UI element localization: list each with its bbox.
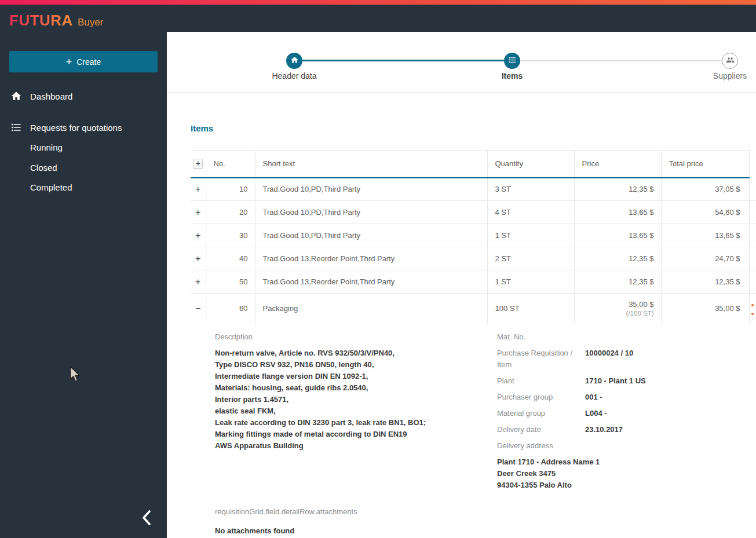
column-header-extra — [749, 151, 756, 178]
step-suppliers[interactable] — [722, 53, 738, 69]
field-plant: Plant 1710 - Plant 1 US — [497, 375, 756, 387]
attachments-section: requisitionGrid.field.detailRow.attachme… — [215, 506, 497, 537]
people-icon — [726, 56, 735, 67]
price-unit: (/100 ST) — [575, 310, 654, 317]
field-purchaser-group: Purchaser group 001 - — [497, 391, 756, 403]
wizard-stepper: Header data Items Suppliers — [167, 32, 756, 93]
collapse-row-button[interactable]: − — [191, 294, 206, 324]
step-header-data[interactable] — [286, 53, 302, 69]
cell-quantity: 100 ST — [487, 294, 574, 324]
cell-extra — [749, 294, 756, 324]
expand-row-button[interactable]: + — [191, 224, 206, 247]
list-icon — [10, 122, 22, 133]
sidebar-subitem-label: Running — [30, 142, 63, 152]
sidebar: FUTURA Buyer + Create Dashboard Requests… — [0, 5, 167, 538]
sidebar-subitem-label: Completed — [30, 182, 72, 192]
description-text: Non-return valve, Article no. RVS 932/50… — [215, 347, 497, 452]
item-detail-fields: Mat. No. Purchase Requisition / Item 100… — [497, 331, 756, 537]
column-header-total-price: Total price — [661, 151, 749, 178]
step-label-items: Items — [466, 71, 558, 80]
cell-price: 12,35 $ — [574, 247, 661, 270]
table-row: + 40 Trad.Good 13,Reorder Point,Thrd Par… — [191, 247, 756, 270]
cell-quantity: 4 ST — [487, 201, 574, 224]
description-label: Description — [215, 331, 497, 343]
cell-no: 20 — [206, 201, 255, 224]
sidebar-item-label: Dashboard — [30, 92, 72, 101]
cell-extra — [749, 178, 756, 201]
step-items[interactable] — [504, 53, 520, 69]
cell-price: 12,35 $ — [574, 178, 661, 201]
sidebar-collapse-button[interactable] — [137, 508, 158, 529]
sidebar-subitem-running[interactable]: Running — [30, 139, 158, 155]
sidebar-subitem-label: Closed — [30, 163, 57, 173]
attachments-empty-message: No attachments found — [215, 525, 497, 537]
table-row: + 30 Trad.Good 10,PD,Third Party 1 ST 13… — [191, 224, 756, 247]
cell-quantity: 1 ST — [487, 224, 574, 247]
sidebar-item-requests-for-quotations[interactable]: Requests for quotations — [0, 119, 167, 136]
sidebar-item-label: Requests for quotations — [30, 123, 122, 133]
cell-no: 50 — [206, 270, 255, 294]
plus-icon: + — [66, 57, 72, 67]
column-header-price: Price — [574, 151, 661, 178]
sidebar-subitem-closed[interactable]: Closed — [30, 159, 158, 175]
field-purchase-requisition: Purchase Requisition / Item 10000024 / 1… — [497, 347, 756, 371]
clipped-orange-icon — [751, 304, 754, 306]
field-mat-no: Mat. No. — [497, 331, 756, 343]
cell-total-price: 13,65 $ — [661, 224, 749, 247]
field-delivery-date: Delivery date 23.10.2017 — [497, 424, 756, 435]
column-header-quantity: Quantity — [487, 151, 574, 178]
column-header-no: No. — [206, 151, 255, 178]
cell-extra — [749, 247, 756, 270]
cell-total-price: 54,60 $ — [661, 201, 749, 224]
cell-quantity: 3 ST — [487, 178, 574, 201]
cell-no: 10 — [206, 178, 255, 201]
stepper-connector-done — [302, 60, 504, 61]
add-item-button[interactable]: + — [193, 159, 203, 169]
cell-price: 13,65 $ — [574, 224, 661, 247]
expand-row-button[interactable]: + — [191, 247, 206, 270]
items-section-title: Items — [191, 123, 756, 133]
column-header-short-text: Short text — [255, 151, 487, 178]
cell-price: 12,35 $ — [574, 270, 661, 294]
brand-suffix: Buyer — [78, 17, 103, 28]
stepper-connector-upcoming — [520, 60, 722, 61]
list-icon — [508, 56, 517, 67]
cell-total-price: 12,35 $ — [661, 270, 749, 294]
table-header-row: + No. Short text Quantity Price Total pr… — [191, 151, 756, 178]
cell-no: 40 — [206, 247, 255, 270]
expand-row-button[interactable]: + — [191, 201, 206, 224]
cell-extra — [749, 270, 756, 294]
cell-price: 13,65 $ — [574, 201, 661, 224]
delivery-address: Plant 1710 - Address Name 1 Deer Creek 3… — [497, 456, 756, 491]
create-button-label: Create — [76, 57, 101, 67]
item-detail-row: Description Non-return valve, Article no… — [191, 324, 756, 537]
clipped-orange-icon — [751, 313, 754, 315]
cell-total-price: 35,00 $ — [661, 294, 749, 324]
expand-row-button[interactable]: + — [191, 270, 206, 294]
table-row: + 10 Trad.Good 10,PD,Third Party 3 ST 12… — [191, 178, 756, 201]
table-row-expanded: − 60 Packaging 100 ST 35,00 $ (/100 ST) … — [191, 294, 756, 324]
cell-short-text: Trad.Good 13,Reorder Point,Thrd Party — [255, 247, 487, 270]
home-icon — [10, 90, 22, 102]
main-content: Header data Items Suppliers Items + No. … — [167, 32, 756, 538]
top-gradient-bar — [0, 0, 756, 5]
brand-name: FUTURA — [9, 12, 73, 30]
cell-short-text: Packaging — [255, 294, 487, 324]
cell-quantity: 1 ST — [487, 270, 574, 294]
cell-total-price: 37,05 $ — [661, 178, 749, 201]
cell-no: 60 — [206, 294, 255, 324]
home-icon — [290, 56, 299, 67]
sidebar-item-dashboard[interactable]: Dashboard — [0, 87, 167, 105]
chevron-left-icon — [141, 519, 154, 528]
cell-price: 35,00 $ (/100 ST) — [574, 294, 661, 324]
expand-row-button[interactable]: + — [191, 178, 206, 201]
sidebar-subitem-completed[interactable]: Completed — [30, 179, 158, 195]
cell-total-price: 24,70 $ — [661, 247, 749, 270]
create-button[interactable]: + Create — [9, 51, 158, 72]
cell-short-text: Trad.Good 13,Reorder Point,Thrd Party — [255, 270, 487, 294]
cell-extra — [749, 201, 756, 224]
cell-short-text: Trad.Good 10,PD,Third Party — [255, 178, 487, 201]
attachments-label: requisitionGrid.field.detailRow.attachme… — [215, 506, 497, 518]
step-label-suppliers: Suppliers — [684, 71, 756, 80]
delivery-address-label: Delivery address — [497, 440, 756, 452]
